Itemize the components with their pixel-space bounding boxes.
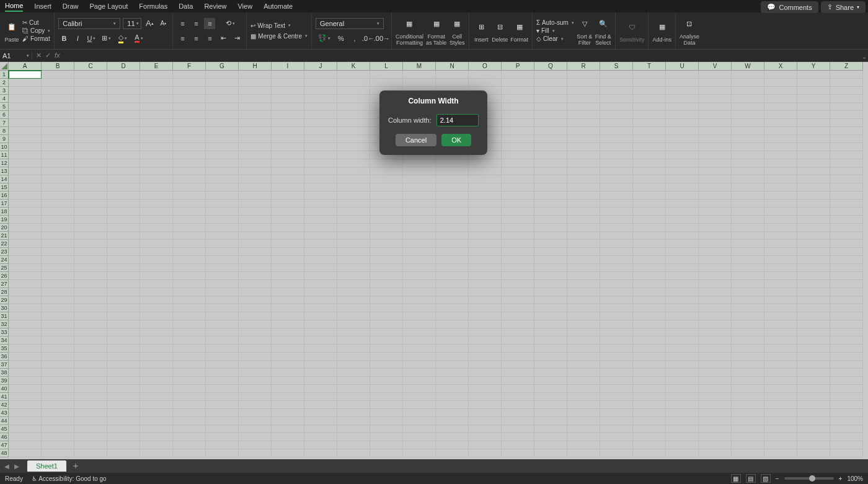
cancel-button[interactable]: Cancel: [396, 134, 436, 146]
dialog-backdrop: Column Width Column width: Cancel OK: [0, 0, 868, 484]
column-width-dialog: Column Width Column width: Cancel OK: [379, 90, 487, 155]
column-width-input[interactable]: [436, 114, 479, 126]
dialog-title: Column Width: [379, 90, 487, 110]
column-width-label: Column width:: [388, 117, 432, 124]
ok-button[interactable]: OK: [441, 134, 471, 146]
